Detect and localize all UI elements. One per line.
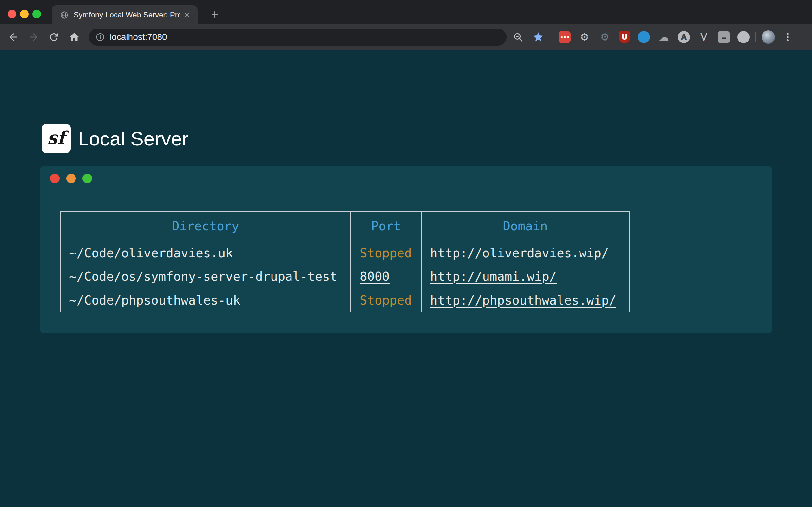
- domain-link[interactable]: http://oliverdavies.wip/: [430, 246, 609, 260]
- zoom-indicator-icon[interactable]: [510, 29, 526, 45]
- symfony-logo-text: sf: [47, 127, 65, 148]
- domain-cell: http://oliverdavies.wip/: [421, 241, 629, 265]
- extension-letter-v-icon[interactable]: V: [698, 31, 710, 43]
- directory-cell: ~/Code/oliverdavies.uk: [60, 241, 351, 265]
- browser-window: Symfony Local Web Server: Prox: [0, 0, 812, 50]
- window-controls: [8, 10, 41, 18]
- address-bar[interactable]: localhost:7080: [89, 29, 507, 46]
- page-title: Local Server: [78, 127, 189, 150]
- domain-cell: http://phpsouthwales.wip/: [421, 288, 629, 312]
- forward-button[interactable]: [26, 29, 42, 45]
- tab-favicon-globe-icon: [60, 11, 68, 19]
- terminal-red-dot: [50, 174, 60, 183]
- directory-cell: ~/Code/os/symfony-server-drupal-test: [60, 265, 351, 288]
- extension-dots-icon[interactable]: •••: [559, 31, 571, 43]
- port-link[interactable]: 8000: [360, 269, 390, 284]
- close-window-button[interactable]: [8, 10, 16, 18]
- port-cell: Stopped: [351, 241, 421, 265]
- table-row: ~/Code/phpsouthwales-ukStoppedhttp://php…: [60, 288, 629, 312]
- fullscreen-window-button[interactable]: [32, 10, 41, 18]
- servers-table: Directory Port Domain ~/Code/oliverdavie…: [60, 211, 629, 313]
- column-header-port: Port: [351, 211, 421, 241]
- symfony-logo: sf: [42, 124, 71, 153]
- domain-link[interactable]: http://phpsouthwales.wip/: [430, 293, 616, 307]
- port-cell: 8000: [351, 265, 421, 288]
- profile-avatar[interactable]: [762, 31, 775, 44]
- directory-cell: ~/Code/phpsouthwales-uk: [60, 288, 351, 312]
- domain-link[interactable]: http://umami.wip/: [430, 269, 557, 284]
- domain-cell: http://umami.wip/: [421, 265, 629, 288]
- extension-grid-icon[interactable]: ≡: [718, 31, 730, 43]
- extension-ublock-icon[interactable]: U: [619, 31, 630, 43]
- browser-tab[interactable]: Symfony Local Web Server: Prox: [52, 5, 198, 24]
- page-content: sf Local Server Directory Port Domain ~/…: [0, 50, 812, 507]
- home-button[interactable]: [66, 29, 83, 45]
- new-tab-button[interactable]: [208, 8, 222, 21]
- table-row: ~/Code/oliverdavies.ukStoppedhttp://oliv…: [60, 241, 629, 265]
- terminal-orange-dot: [66, 174, 76, 183]
- terminal-dots: [50, 174, 92, 183]
- tab-title: Symfony Local Web Server: Prox: [73, 10, 180, 19]
- extension-octocat-icon[interactable]: [738, 31, 750, 43]
- terminal-green-dot: [83, 174, 92, 183]
- reload-button[interactable]: [46, 29, 62, 45]
- extension-cloud-icon[interactable]: ☁: [658, 31, 670, 43]
- port-cell: Stopped: [351, 288, 421, 312]
- table-header-row: Directory Port Domain: [60, 211, 629, 241]
- minimize-window-button[interactable]: [20, 10, 29, 18]
- extensions-area: •••⚙⚙U☁AV≡: [559, 31, 750, 43]
- extension-blue-circle-icon[interactable]: [638, 31, 650, 43]
- column-header-directory: Directory: [60, 211, 351, 241]
- extension-gear-dark-icon[interactable]: ⚙: [599, 31, 611, 43]
- browser-toolbar: localhost:7080 •••⚙⚙U☁AV≡: [0, 24, 812, 50]
- server-panel: Directory Port Domain ~/Code/oliverdavie…: [40, 166, 772, 333]
- back-button[interactable]: [5, 29, 21, 45]
- toolbar-divider: [755, 32, 756, 43]
- url-text: localhost:7080: [110, 32, 167, 42]
- brand-header: sf Local Server: [42, 124, 189, 153]
- extension-gear-icon[interactable]: ⚙: [578, 31, 591, 43]
- column-header-domain: Domain: [421, 211, 629, 241]
- table-row: ~/Code/os/symfony-server-drupal-test8000…: [60, 265, 629, 288]
- browser-menu-icon[interactable]: [779, 29, 796, 45]
- tab-close-icon[interactable]: [183, 10, 191, 19]
- bookmark-star-icon[interactable]: [530, 29, 547, 45]
- port-status: Stopped: [360, 246, 412, 260]
- title-bar: Symfony Local Web Server: Prox: [0, 0, 812, 24]
- port-status: Stopped: [360, 293, 412, 307]
- extension-letter-a-icon[interactable]: A: [678, 31, 690, 43]
- site-info-icon[interactable]: [95, 32, 105, 42]
